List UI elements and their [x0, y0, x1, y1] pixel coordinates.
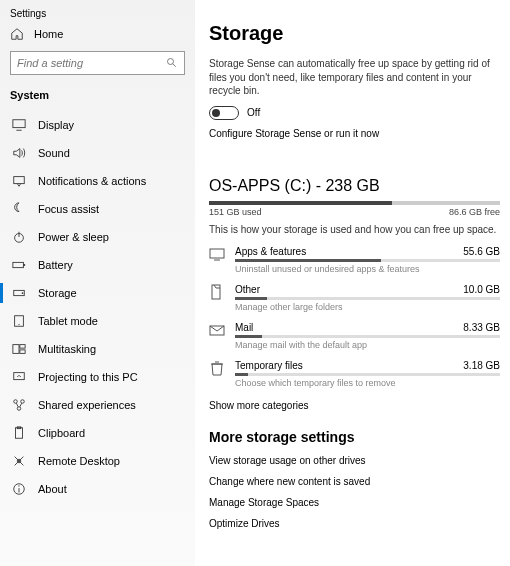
nav-list: DisplaySoundNotifications & actionsFocus… — [0, 111, 195, 503]
sense-description: Storage Sense can automatically free up … — [209, 57, 500, 98]
sidebar-item-storage[interactable]: Storage — [0, 279, 195, 307]
svg-rect-15 — [20, 350, 25, 354]
free-label: 86.6 GB free — [449, 207, 500, 217]
svg-rect-13 — [13, 345, 19, 354]
configure-sense-link[interactable]: Configure Storage Sense or run it now — [209, 128, 500, 139]
home-icon — [10, 27, 24, 41]
used-label: 151 GB used — [209, 207, 262, 217]
show-more-categories-link[interactable]: Show more categories — [209, 400, 500, 411]
svg-rect-16 — [14, 373, 25, 380]
sidebar-item-label: Power & sleep — [38, 231, 109, 243]
category-size: 8.33 GB — [463, 322, 500, 333]
search-input[interactable] — [17, 57, 157, 69]
temp-icon — [209, 360, 225, 388]
category-bar — [235, 335, 500, 338]
usage-description: This is how your storage is used and how… — [209, 223, 500, 237]
svg-rect-4 — [14, 177, 25, 184]
svg-point-18 — [21, 400, 25, 404]
project-icon — [12, 370, 26, 384]
drive-title: OS-APPS (C:) - 238 GB — [209, 177, 500, 195]
svg-point-19 — [17, 407, 21, 411]
home-button[interactable]: Home — [0, 27, 195, 51]
drive-usage-bar — [209, 201, 500, 205]
remote-icon — [12, 454, 26, 468]
svg-point-17 — [14, 400, 18, 404]
other-icon — [209, 284, 225, 312]
sidebar-item-projecting-to-this-pc[interactable]: Projecting to this PC — [0, 363, 195, 391]
svg-rect-26 — [210, 249, 224, 258]
apps-icon — [209, 246, 225, 274]
sidebar-item-sound[interactable]: Sound — [0, 139, 195, 167]
category-sub: Manage mail with the default app — [235, 340, 500, 350]
svg-rect-8 — [23, 264, 25, 266]
sidebar-item-label: Display — [38, 119, 74, 131]
category-mail[interactable]: Mail8.33 GBManage mail with the default … — [209, 322, 500, 350]
sidebar-item-clipboard[interactable]: Clipboard — [0, 419, 195, 447]
search-icon — [166, 57, 178, 69]
more-link-change-where-new-content-is-saved[interactable]: Change where new content is saved — [209, 476, 500, 487]
category-bar — [235, 373, 500, 376]
system-header: System — [0, 85, 195, 111]
sidebar-item-label: Sound — [38, 147, 70, 159]
more-settings-header: More storage settings — [209, 429, 500, 445]
sidebar-item-label: Tablet mode — [38, 315, 98, 327]
category-name: Mail — [235, 322, 253, 333]
mail-icon — [209, 322, 225, 350]
svg-point-0 — [168, 59, 174, 65]
sidebar-item-display[interactable]: Display — [0, 111, 195, 139]
search-input-wrap[interactable] — [10, 51, 185, 75]
sidebar-item-label: Notifications & actions — [38, 175, 146, 187]
category-name: Other — [235, 284, 260, 295]
category-name: Apps & features — [235, 246, 306, 257]
sidebar-item-label: About — [38, 483, 67, 495]
category-size: 55.6 GB — [463, 246, 500, 257]
sidebar: Settings Home System DisplaySoundNotific… — [0, 0, 195, 566]
sidebar-item-shared-experiences[interactable]: Shared experiences — [0, 391, 195, 419]
display-icon — [12, 118, 26, 132]
sidebar-item-label: Focus assist — [38, 203, 99, 215]
category-sub: Choose which temporary files to remove — [235, 378, 500, 388]
category-temporary-files[interactable]: Temporary files3.18 GBChoose which tempo… — [209, 360, 500, 388]
focus-icon — [12, 202, 26, 216]
storage-sense-toggle[interactable] — [209, 106, 239, 120]
category-sub: Uninstall unused or undesired apps & fea… — [235, 264, 500, 274]
storage-icon — [12, 286, 26, 300]
category-apps-features[interactable]: Apps & features55.6 GBUninstall unused o… — [209, 246, 500, 274]
category-sub: Manage other large folders — [235, 302, 500, 312]
svg-rect-20 — [16, 428, 23, 439]
more-link-optimize-drives[interactable]: Optimize Drives — [209, 518, 500, 529]
sidebar-item-about[interactable]: About — [0, 475, 195, 503]
svg-rect-2 — [13, 120, 25, 128]
svg-line-1 — [173, 64, 176, 67]
svg-point-10 — [22, 292, 24, 294]
category-bar — [235, 259, 500, 262]
more-link-view-storage-usage-on-other-drives[interactable]: View storage usage on other drives — [209, 455, 500, 466]
category-other[interactable]: Other10.0 GBManage other large folders — [209, 284, 500, 312]
sidebar-item-remote-desktop[interactable]: Remote Desktop — [0, 447, 195, 475]
sidebar-item-label: Clipboard — [38, 427, 85, 439]
sidebar-item-label: Remote Desktop — [38, 455, 120, 467]
main-content: Storage Storage Sense can automatically … — [195, 0, 510, 566]
home-label: Home — [34, 28, 63, 40]
sidebar-item-power-sleep[interactable]: Power & sleep — [0, 223, 195, 251]
category-size: 3.18 GB — [463, 360, 500, 371]
sidebar-item-battery[interactable]: Battery — [0, 251, 195, 279]
more-link-manage-storage-spaces[interactable]: Manage Storage Spaces — [209, 497, 500, 508]
sidebar-item-multitasking[interactable]: Multitasking — [0, 335, 195, 363]
multi-icon — [12, 342, 26, 356]
sidebar-item-label: Shared experiences — [38, 399, 136, 411]
toggle-state-label: Off — [247, 107, 260, 118]
sidebar-item-tablet-mode[interactable]: Tablet mode — [0, 307, 195, 335]
sound-icon — [12, 146, 26, 160]
svg-rect-7 — [13, 262, 24, 267]
category-size: 10.0 GB — [463, 284, 500, 295]
sidebar-item-notifications-actions[interactable]: Notifications & actions — [0, 167, 195, 195]
category-bar — [235, 297, 500, 300]
tablet-icon — [12, 314, 26, 328]
svg-point-12 — [18, 324, 19, 325]
sidebar-item-label: Multitasking — [38, 343, 96, 355]
power-icon — [12, 230, 26, 244]
sidebar-item-label: Battery — [38, 259, 73, 271]
category-name: Temporary files — [235, 360, 303, 371]
sidebar-item-focus-assist[interactable]: Focus assist — [0, 195, 195, 223]
